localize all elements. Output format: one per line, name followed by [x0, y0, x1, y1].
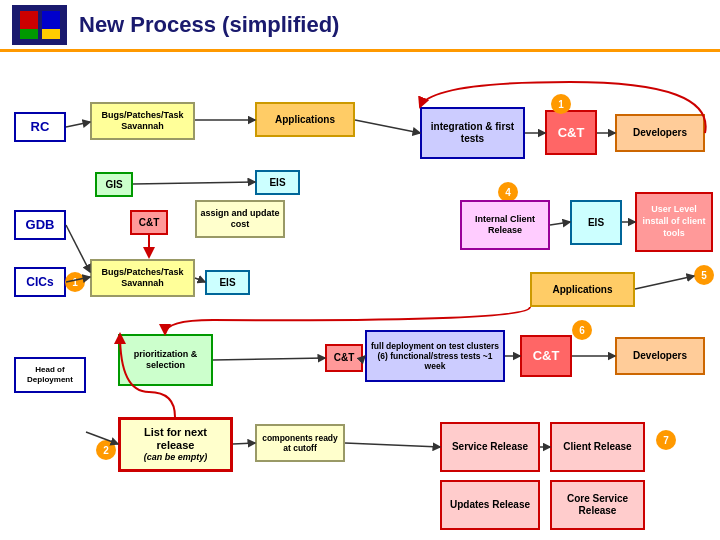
ct-bottom-box: C&T [325, 344, 363, 372]
svg-line-2 [355, 120, 420, 133]
list-next-box: List for next release (can be empty) [118, 417, 233, 472]
svg-line-12 [635, 276, 694, 289]
eis-bottom-box: EIS [205, 270, 250, 295]
rc-box: RC [14, 112, 66, 142]
gdb-box: GDB [14, 210, 66, 240]
bugs-top-box: Bugs/Patches/Task Savannah [90, 102, 195, 140]
page-title: New Process (simplified) [79, 12, 339, 38]
ct-large-bottom-box: C&T [520, 335, 572, 377]
svg-line-0 [66, 122, 90, 127]
developers-bottom-box: Developers [615, 337, 705, 375]
header: New Process (simplified) [0, 0, 720, 52]
internal-client-release-box: Internal Client Release [460, 200, 550, 250]
svg-line-18 [233, 443, 255, 444]
ct-large-top-box: C&T [545, 110, 597, 155]
eis-top-box: EIS [255, 170, 300, 195]
circle-1-top: 1 [551, 94, 571, 114]
head-deploy-box: Head of Deployment [14, 357, 86, 393]
svg-line-19 [345, 443, 440, 447]
service-release-box: Service Release [440, 422, 540, 472]
circle-6: 6 [572, 320, 592, 340]
main-content: RC Bugs/Patches/Task Savannah Applicatio… [0, 52, 720, 540]
eis-right-box: EIS [570, 200, 622, 245]
gis-box: GIS [95, 172, 133, 197]
developers-top-box: Developers [615, 114, 705, 152]
prioritization-box: prioritization & selection [118, 334, 213, 386]
ct-small-box: C&T [130, 210, 168, 235]
cics-box: CICs [14, 267, 66, 297]
components-ready-box: components ready at cutoff [255, 424, 345, 462]
client-release-box: Client Release [550, 422, 645, 472]
circle-1-cics: 1 [65, 272, 85, 292]
circle-7: 7 [656, 430, 676, 450]
logo [12, 5, 67, 45]
svg-line-13 [213, 358, 325, 360]
svg-line-9 [195, 278, 205, 282]
applications-top-box: Applications [255, 102, 355, 137]
svg-line-7 [66, 225, 90, 272]
circle-4: 4 [498, 182, 518, 202]
circle-2: 2 [96, 440, 116, 460]
bugs-bottom-box: Bugs/Patches/Task Savannah [90, 259, 195, 297]
circle-5: 5 [694, 265, 714, 285]
applications-bottom-box: Applications [530, 272, 635, 307]
updates-release-box: Updates Release [440, 480, 540, 530]
assign-box: assign and update cost [195, 200, 285, 238]
svg-line-5 [133, 182, 255, 184]
full-deploy-box: full deployment on test clusters (6) fun… [365, 330, 505, 382]
integration-box: integration & first tests [420, 107, 525, 159]
core-service-release-box: Core Service Release [550, 480, 645, 530]
user-level-box: User Level install of client tools [635, 192, 713, 252]
svg-line-10 [550, 222, 570, 225]
